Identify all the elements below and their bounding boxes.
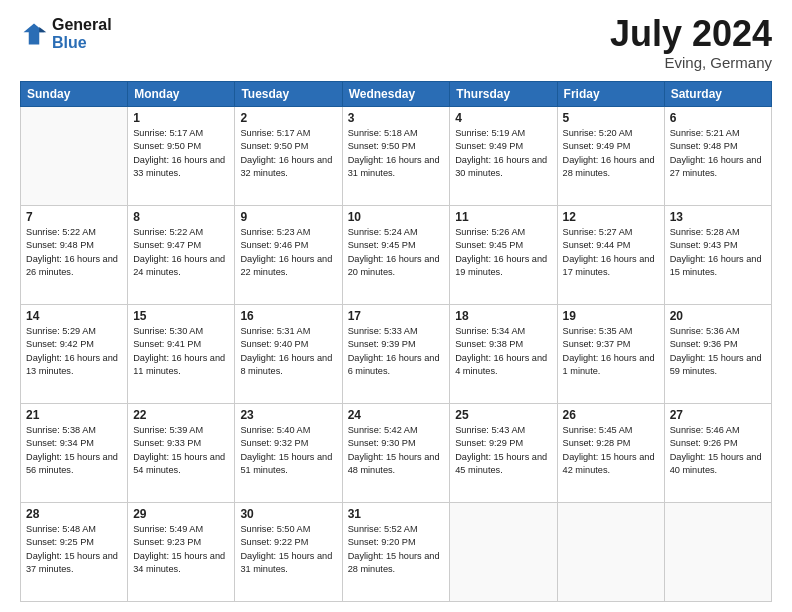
calendar-cell: 11Sunrise: 5:26 AMSunset: 9:45 PMDayligh… [450,206,557,305]
calendar-cell: 27Sunrise: 5:46 AMSunset: 9:26 PMDayligh… [664,404,771,503]
calendar-header-sunday: Sunday [21,82,128,107]
day-number: 31 [348,507,445,521]
day-info: Sunrise: 5:21 AMSunset: 9:48 PMDaylight:… [670,127,766,180]
day-number: 17 [348,309,445,323]
calendar-cell: 30Sunrise: 5:50 AMSunset: 9:22 PMDayligh… [235,503,342,602]
calendar-cell: 21Sunrise: 5:38 AMSunset: 9:34 PMDayligh… [21,404,128,503]
day-number: 28 [26,507,122,521]
day-number: 26 [563,408,659,422]
day-number: 15 [133,309,229,323]
day-number: 18 [455,309,551,323]
calendar-cell: 25Sunrise: 5:43 AMSunset: 9:29 PMDayligh… [450,404,557,503]
day-number: 23 [240,408,336,422]
calendar-week-1: 1Sunrise: 5:17 AMSunset: 9:50 PMDaylight… [21,107,772,206]
day-number: 3 [348,111,445,125]
day-number: 29 [133,507,229,521]
calendar-cell: 15Sunrise: 5:30 AMSunset: 9:41 PMDayligh… [128,305,235,404]
day-number: 10 [348,210,445,224]
day-number: 5 [563,111,659,125]
day-info: Sunrise: 5:22 AMSunset: 9:47 PMDaylight:… [133,226,229,279]
calendar-cell: 5Sunrise: 5:20 AMSunset: 9:49 PMDaylight… [557,107,664,206]
logo-text: General Blue [52,16,112,51]
calendar-table: SundayMondayTuesdayWednesdayThursdayFrid… [20,81,772,602]
day-info: Sunrise: 5:34 AMSunset: 9:38 PMDaylight:… [455,325,551,378]
calendar-week-5: 28Sunrise: 5:48 AMSunset: 9:25 PMDayligh… [21,503,772,602]
day-info: Sunrise: 5:35 AMSunset: 9:37 PMDaylight:… [563,325,659,378]
calendar-cell [557,503,664,602]
day-number: 24 [348,408,445,422]
day-info: Sunrise: 5:50 AMSunset: 9:22 PMDaylight:… [240,523,336,576]
calendar-cell: 16Sunrise: 5:31 AMSunset: 9:40 PMDayligh… [235,305,342,404]
day-info: Sunrise: 5:20 AMSunset: 9:49 PMDaylight:… [563,127,659,180]
day-info: Sunrise: 5:40 AMSunset: 9:32 PMDaylight:… [240,424,336,477]
page: General Blue July 2024 Eving, Germany Su… [0,0,792,612]
title-block: July 2024 Eving, Germany [610,16,772,71]
calendar-header-friday: Friday [557,82,664,107]
day-info: Sunrise: 5:38 AMSunset: 9:34 PMDaylight:… [26,424,122,477]
calendar-cell: 3Sunrise: 5:18 AMSunset: 9:50 PMDaylight… [342,107,450,206]
calendar-cell: 23Sunrise: 5:40 AMSunset: 9:32 PMDayligh… [235,404,342,503]
day-info: Sunrise: 5:19 AMSunset: 9:49 PMDaylight:… [455,127,551,180]
calendar-header-row: SundayMondayTuesdayWednesdayThursdayFrid… [21,82,772,107]
calendar-cell: 24Sunrise: 5:42 AMSunset: 9:30 PMDayligh… [342,404,450,503]
calendar-cell [21,107,128,206]
header: General Blue July 2024 Eving, Germany [20,16,772,71]
calendar-cell: 1Sunrise: 5:17 AMSunset: 9:50 PMDaylight… [128,107,235,206]
day-number: 20 [670,309,766,323]
calendar-cell: 12Sunrise: 5:27 AMSunset: 9:44 PMDayligh… [557,206,664,305]
month-title: July 2024 [610,16,772,52]
calendar-cell: 19Sunrise: 5:35 AMSunset: 9:37 PMDayligh… [557,305,664,404]
day-number: 16 [240,309,336,323]
day-info: Sunrise: 5:23 AMSunset: 9:46 PMDaylight:… [240,226,336,279]
day-info: Sunrise: 5:31 AMSunset: 9:40 PMDaylight:… [240,325,336,378]
day-info: Sunrise: 5:46 AMSunset: 9:26 PMDaylight:… [670,424,766,477]
svg-marker-0 [24,23,45,44]
day-info: Sunrise: 5:27 AMSunset: 9:44 PMDaylight:… [563,226,659,279]
day-info: Sunrise: 5:22 AMSunset: 9:48 PMDaylight:… [26,226,122,279]
calendar-header-wednesday: Wednesday [342,82,450,107]
calendar-week-3: 14Sunrise: 5:29 AMSunset: 9:42 PMDayligh… [21,305,772,404]
day-number: 6 [670,111,766,125]
calendar-header-monday: Monday [128,82,235,107]
day-info: Sunrise: 5:49 AMSunset: 9:23 PMDaylight:… [133,523,229,576]
calendar-cell: 13Sunrise: 5:28 AMSunset: 9:43 PMDayligh… [664,206,771,305]
day-info: Sunrise: 5:45 AMSunset: 9:28 PMDaylight:… [563,424,659,477]
day-number: 25 [455,408,551,422]
calendar-header-tuesday: Tuesday [235,82,342,107]
svg-marker-1 [39,27,46,32]
day-info: Sunrise: 5:43 AMSunset: 9:29 PMDaylight:… [455,424,551,477]
day-number: 27 [670,408,766,422]
day-number: 8 [133,210,229,224]
day-info: Sunrise: 5:24 AMSunset: 9:45 PMDaylight:… [348,226,445,279]
day-number: 12 [563,210,659,224]
day-number: 2 [240,111,336,125]
day-info: Sunrise: 5:17 AMSunset: 9:50 PMDaylight:… [240,127,336,180]
day-info: Sunrise: 5:52 AMSunset: 9:20 PMDaylight:… [348,523,445,576]
calendar-cell: 22Sunrise: 5:39 AMSunset: 9:33 PMDayligh… [128,404,235,503]
day-info: Sunrise: 5:26 AMSunset: 9:45 PMDaylight:… [455,226,551,279]
logo-icon [20,20,48,48]
calendar-cell: 31Sunrise: 5:52 AMSunset: 9:20 PMDayligh… [342,503,450,602]
calendar-week-2: 7Sunrise: 5:22 AMSunset: 9:48 PMDaylight… [21,206,772,305]
day-info: Sunrise: 5:17 AMSunset: 9:50 PMDaylight:… [133,127,229,180]
day-number: 30 [240,507,336,521]
calendar-cell [450,503,557,602]
calendar-cell: 14Sunrise: 5:29 AMSunset: 9:42 PMDayligh… [21,305,128,404]
calendar-header-thursday: Thursday [450,82,557,107]
day-info: Sunrise: 5:28 AMSunset: 9:43 PMDaylight:… [670,226,766,279]
calendar-cell: 28Sunrise: 5:48 AMSunset: 9:25 PMDayligh… [21,503,128,602]
calendar-cell: 18Sunrise: 5:34 AMSunset: 9:38 PMDayligh… [450,305,557,404]
calendar-cell: 6Sunrise: 5:21 AMSunset: 9:48 PMDaylight… [664,107,771,206]
day-number: 21 [26,408,122,422]
logo: General Blue [20,16,112,51]
calendar-cell: 10Sunrise: 5:24 AMSunset: 9:45 PMDayligh… [342,206,450,305]
calendar-cell: 17Sunrise: 5:33 AMSunset: 9:39 PMDayligh… [342,305,450,404]
day-info: Sunrise: 5:42 AMSunset: 9:30 PMDaylight:… [348,424,445,477]
day-number: 13 [670,210,766,224]
day-info: Sunrise: 5:30 AMSunset: 9:41 PMDaylight:… [133,325,229,378]
calendar-cell: 26Sunrise: 5:45 AMSunset: 9:28 PMDayligh… [557,404,664,503]
day-number: 19 [563,309,659,323]
day-number: 11 [455,210,551,224]
day-number: 4 [455,111,551,125]
calendar-cell: 20Sunrise: 5:36 AMSunset: 9:36 PMDayligh… [664,305,771,404]
